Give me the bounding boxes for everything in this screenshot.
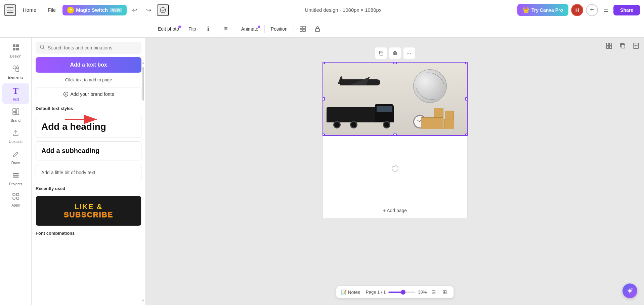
sidebar-item-draw[interactable]: Draw bbox=[2, 148, 29, 167]
uploads-label: Uploads bbox=[9, 140, 22, 144]
text-panel: Add a text box Click text to add to page… bbox=[32, 38, 146, 305]
ai-assistant-button[interactable] bbox=[622, 283, 637, 298]
sidebar-item-apps[interactable]: Apps bbox=[2, 190, 29, 210]
brand-fonts-button[interactable]: Add your brand fonts bbox=[36, 87, 141, 101]
scroll-down-arrow[interactable]: ▼ bbox=[141, 299, 145, 305]
panel-content: Add a text box Click text to add to page… bbox=[32, 38, 145, 305]
search-input[interactable] bbox=[48, 45, 137, 50]
magic-switch-button[interactable]: ✦ Magic Switch NEW bbox=[62, 5, 127, 15]
sidebar-item-design[interactable]: Design bbox=[2, 41, 29, 61]
zoom-slider[interactable] bbox=[388, 292, 415, 293]
svg-rect-21 bbox=[13, 193, 15, 196]
edit-photo-badge bbox=[178, 26, 181, 28]
handle-bottom-mid[interactable] bbox=[393, 134, 397, 136]
click-hint: Click text to add to page bbox=[36, 76, 141, 84]
undo-button[interactable]: ↩ bbox=[129, 4, 141, 16]
scroll-track[interactable]: ▲ ▼ bbox=[141, 58, 145, 305]
airplane bbox=[333, 73, 387, 93]
zoom-out-button[interactable]: ⊟ bbox=[429, 288, 438, 296]
body-text: Add a little bit of body text bbox=[41, 170, 95, 175]
canvas-image[interactable]: ↻ bbox=[323, 62, 468, 136]
notes-icon: 📝 bbox=[341, 290, 347, 295]
svg-point-13 bbox=[13, 66, 16, 69]
save-status-button[interactable] bbox=[157, 4, 169, 16]
design-icon bbox=[12, 44, 19, 53]
separator2 bbox=[235, 25, 235, 33]
text-align-button[interactable]: ≡ bbox=[220, 23, 232, 35]
subheading-style-item[interactable]: Add a subheading bbox=[36, 141, 141, 160]
handle-top-right[interactable] bbox=[465, 62, 468, 64]
animate-label: Animate bbox=[241, 26, 258, 32]
truck-wheel-1 bbox=[333, 121, 341, 128]
globe bbox=[413, 69, 447, 103]
flip-label: Flip bbox=[188, 26, 196, 32]
resize-icon[interactable]: ⚌ bbox=[601, 4, 611, 16]
file-button[interactable]: File bbox=[43, 5, 60, 15]
sidebar-item-uploads[interactable]: Uploads bbox=[2, 126, 29, 146]
element-delete-button[interactable] bbox=[389, 47, 401, 59]
user-avatar[interactable]: H bbox=[571, 4, 583, 16]
font-combinations-title: Font combinations bbox=[36, 229, 141, 237]
scroll-up-arrow[interactable]: ▲ bbox=[141, 61, 145, 64]
handle-mid-left[interactable] bbox=[323, 97, 325, 101]
share-button[interactable]: Share bbox=[613, 5, 640, 15]
info-button[interactable]: ℹ bbox=[202, 23, 214, 35]
svg-rect-10 bbox=[16, 44, 19, 47]
canvas-text-area[interactable] bbox=[323, 136, 468, 203]
add-page-button[interactable]: + Add page bbox=[323, 203, 468, 218]
zoom-thumb[interactable] bbox=[401, 290, 405, 295]
animate-button[interactable]: Animate bbox=[238, 24, 262, 34]
svg-rect-7 bbox=[303, 29, 305, 32]
home-button[interactable]: Home bbox=[18, 5, 41, 15]
position-button[interactable]: Position bbox=[267, 24, 291, 34]
frame-icon[interactable] bbox=[604, 40, 614, 51]
svg-rect-32 bbox=[609, 46, 612, 48]
grid-overlay-button[interactable] bbox=[297, 23, 309, 35]
box-1 bbox=[432, 117, 443, 129]
search-bar[interactable] bbox=[36, 42, 141, 54]
sidebar-rail: Design Elements T Text bbox=[0, 38, 32, 305]
brand-fonts-label: Add your brand fonts bbox=[71, 91, 114, 97]
svg-rect-19 bbox=[13, 175, 19, 176]
brand-icon bbox=[12, 108, 19, 117]
add-textbox-button[interactable]: Add a text box bbox=[36, 57, 141, 73]
hamburger-button[interactable] bbox=[4, 4, 16, 16]
handle-top-left[interactable] bbox=[323, 62, 325, 64]
sidebar-item-projects[interactable]: Projects bbox=[2, 169, 29, 189]
try-pro-button[interactable]: 👑 Try Canva Pro bbox=[517, 4, 568, 16]
sidebar-item-text[interactable]: T Text bbox=[2, 83, 29, 104]
add-collaborator-button[interactable]: + bbox=[586, 4, 598, 16]
body-style-item[interactable]: Add a little bit of body text bbox=[36, 164, 141, 181]
notes-button[interactable]: 📝 Notes bbox=[341, 290, 360, 295]
secondary-toolbar: Edit photo Flip ℹ ≡ Animate Position bbox=[0, 20, 644, 38]
bottom-toolbar: 📝 Notes Page 1 / 1 38% ⊟ ⊞ bbox=[336, 286, 454, 298]
sidebar-item-brand[interactable]: Brand bbox=[2, 105, 29, 125]
sidebar-item-elements[interactable]: Elements bbox=[2, 62, 29, 82]
default-styles-title: Default text styles bbox=[36, 105, 141, 112]
zoom-in-button[interactable]: ⊞ bbox=[440, 288, 449, 296]
separator3 bbox=[264, 25, 265, 33]
svg-rect-1 bbox=[7, 10, 13, 10]
elements-label: Elements bbox=[8, 75, 24, 79]
svg-rect-22 bbox=[16, 193, 19, 196]
flip-button[interactable]: Flip bbox=[185, 24, 200, 34]
redo-button[interactable]: ↪ bbox=[143, 4, 155, 16]
handle-top-mid[interactable] bbox=[393, 62, 397, 64]
copy-icon[interactable] bbox=[617, 40, 628, 51]
edit-photo-button[interactable]: Edit photo bbox=[155, 24, 182, 34]
truck bbox=[327, 105, 394, 128]
svg-rect-30 bbox=[609, 43, 612, 45]
handle-mid-right[interactable] bbox=[465, 97, 468, 101]
add-page-icon[interactable] bbox=[631, 40, 641, 51]
crown-icon: 👑 bbox=[523, 7, 529, 13]
handle-bottom-right[interactable] bbox=[465, 134, 468, 136]
svg-rect-36 bbox=[394, 52, 396, 55]
element-copy-button[interactable] bbox=[375, 47, 387, 59]
element-more-button[interactable]: ··· bbox=[403, 47, 415, 59]
handle-bottom-left[interactable] bbox=[323, 134, 325, 136]
apps-icon bbox=[12, 193, 19, 202]
like-subscribe-item[interactable]: LIKE & SUBSCRIBE bbox=[36, 196, 141, 226]
elements-icon bbox=[12, 65, 19, 74]
text-icon: T bbox=[13, 86, 18, 96]
lock-button[interactable] bbox=[311, 23, 324, 35]
